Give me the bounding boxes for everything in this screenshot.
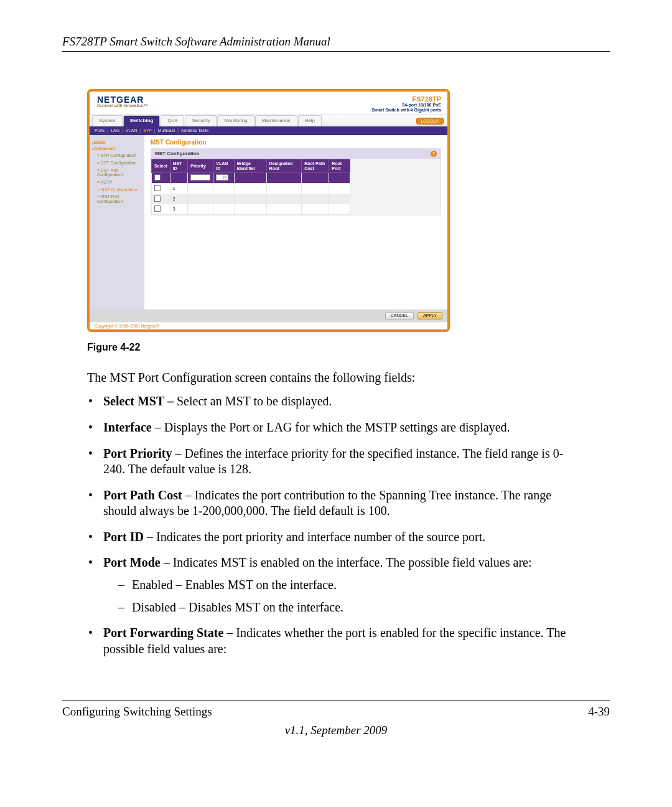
row-checkbox[interactable] — [154, 205, 161, 212]
mst-table: Select MST ID Priority VLAN ID Bridge Id… — [151, 159, 350, 215]
table-input-row — [152, 173, 350, 184]
cell-mst-id: 1 — [170, 184, 188, 194]
col-select: Select — [152, 159, 170, 172]
subtab-address-table[interactable]: Address Table — [181, 128, 208, 133]
footer-version: v1.1, September 2009 — [62, 724, 610, 737]
sub-tabs: Ports| LAG| VLAN| STP| Multicast| Addres… — [90, 126, 447, 135]
subtab-stp[interactable]: STP — [143, 128, 152, 133]
list-item: Select MST – Select an MST to be display… — [87, 394, 585, 410]
sidebar-item-rstp[interactable]: » RSTP — [92, 179, 142, 186]
col-root-port: Root Port — [329, 159, 350, 172]
cell-mst-id: 2 — [170, 194, 188, 204]
col-designated-root: Designated Root — [266, 159, 302, 172]
cell-mst-id: 3 — [170, 204, 188, 215]
tab-qos[interactable]: QoS — [161, 115, 184, 126]
row-checkbox[interactable] — [154, 185, 161, 191]
select-all-checkbox[interactable] — [154, 174, 161, 181]
col-root-path-cost: Root Path Cost — [302, 159, 329, 172]
col-mst-id: MST ID — [170, 159, 188, 172]
doc-header: FS728TP Smart Switch Software Administra… — [62, 35, 610, 52]
col-vlan-id: VLAN ID — [213, 159, 234, 172]
list-item: Interface – Displays the Port or LAG for… — [87, 420, 585, 436]
list-item: Port Mode – Indicates MST is enabled on … — [87, 555, 585, 615]
help-icon[interactable]: ? — [431, 151, 437, 157]
sidebar-item-stp-config[interactable]: » STP Configuration — [92, 152, 142, 159]
tab-maintenance[interactable]: Maintenance — [255, 115, 297, 126]
sidebar: Basic Advanced » STP Configuration » CST… — [90, 135, 144, 309]
col-bridge-identifier: Bridge Identifier — [234, 159, 266, 172]
tab-switching[interactable]: Switching — [123, 115, 161, 126]
footer-right: 4-39 — [588, 705, 610, 719]
logout-button[interactable]: LOGOUT — [416, 118, 444, 125]
apply-button[interactable]: APPLY — [418, 312, 442, 319]
row-checkbox[interactable] — [154, 196, 161, 202]
vlan-id-select[interactable] — [216, 174, 228, 181]
sidebar-group-advanced[interactable]: Advanced — [92, 146, 142, 151]
copyright-text: Copyright © 1996-2008 Netgear® — [90, 322, 447, 330]
tab-help[interactable]: Help — [298, 115, 322, 126]
subtab-multicast[interactable]: Multicast — [158, 128, 175, 133]
list-item: Port Priority – Defines the interface pr… — [87, 446, 585, 478]
cancel-button[interactable]: CANCEL — [385, 312, 414, 319]
table-row: 3 — [152, 204, 350, 215]
priority-input[interactable] — [190, 174, 210, 181]
lead-text: The MST Port Configuration screen contai… — [87, 370, 610, 385]
sidebar-item-cst-port-config[interactable]: » CST Port Configuration — [92, 167, 142, 179]
main-tabs: System Switching QoS Security Monitoring… — [90, 115, 447, 126]
field-list: Select MST – Select an MST to be display… — [87, 394, 585, 657]
sub-list-item: Enabled – Enables MST on the interface. — [118, 577, 585, 593]
table-title: MST Configuration — [155, 151, 200, 157]
sidebar-item-cst-config[interactable]: » CST Configuration — [92, 159, 142, 167]
section-title: MST Configuration — [151, 139, 441, 146]
tab-system[interactable]: System — [92, 115, 123, 126]
sidebar-item-mst-port-config[interactable]: » MST Port Configuration — [92, 193, 142, 205]
app-screenshot: NETGEAR Connect with Innovation™ FS728TP… — [87, 89, 450, 332]
brand-tagline: Connect with Innovation™ — [97, 103, 148, 108]
table-row: 1 — [152, 184, 350, 194]
table-row: 2 — [152, 194, 350, 204]
sub-list-item: Disabled – Disables MST on the interface… — [118, 600, 585, 616]
sidebar-group-basic[interactable]: Basic — [92, 140, 142, 145]
list-item: Port ID – Indicates the port priority an… — [87, 529, 585, 545]
tab-security[interactable]: Security — [185, 115, 217, 126]
model-desc-2: Smart Switch with 4 Gigabit ports — [371, 108, 441, 113]
model-name: FS728TP — [371, 95, 441, 103]
tab-monitoring[interactable]: Monitoring — [217, 115, 254, 126]
footer-left: Configuring Switching Settings — [62, 705, 212, 719]
col-priority: Priority — [188, 159, 213, 172]
model-desc-1: 24-port 10/100 PoE — [371, 103, 441, 108]
list-item: Port Path Cost – Indicates the port cont… — [87, 488, 585, 519]
subtab-vlan[interactable]: VLAN — [126, 128, 137, 133]
figure-caption: Figure 4-22 — [87, 342, 610, 353]
subtab-ports[interactable]: Ports — [95, 128, 105, 133]
list-item: Port Forwarding State – Indicates whethe… — [87, 625, 585, 657]
subtab-lag[interactable]: LAG — [111, 128, 119, 133]
sidebar-item-mst-config[interactable]: » MST Configuration — [92, 186, 142, 194]
